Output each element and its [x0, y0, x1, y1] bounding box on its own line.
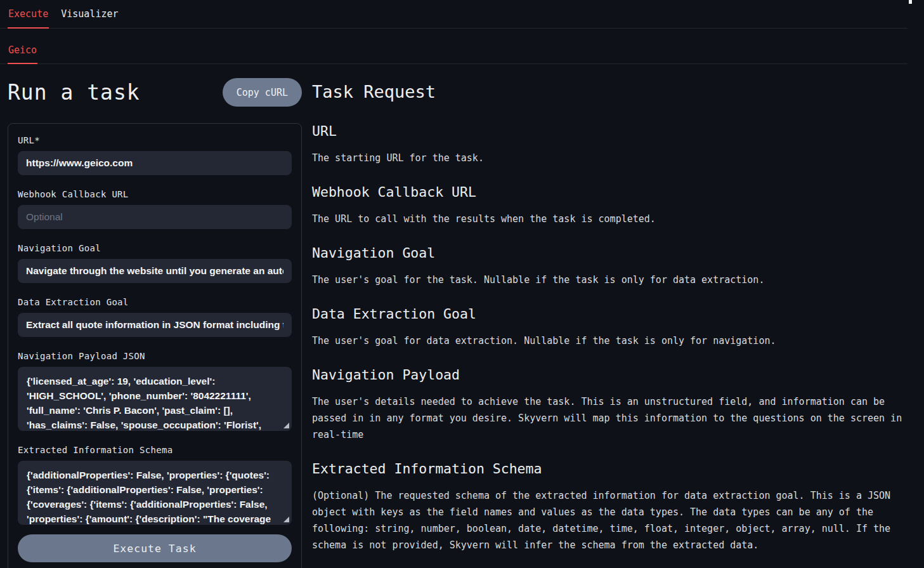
- doc-heading: Webhook Callback URL: [312, 184, 908, 200]
- navigation-payload-wrap: {'licensed_at_age': 19, 'education_level…: [18, 367, 292, 431]
- data-extraction-goal-label: Data Extraction Goal: [18, 297, 292, 307]
- url-input[interactable]: [18, 151, 292, 175]
- doc-body: The user's goal for the task. Nullable i…: [312, 272, 908, 288]
- url-label: URL*: [18, 135, 292, 145]
- resize-handle-icon[interactable]: [283, 423, 289, 428]
- doc-section-url: URL The starting URL for the task.: [312, 123, 908, 166]
- doc-body: The starting URL for the task.: [312, 150, 908, 166]
- webhook-input[interactable]: [18, 205, 292, 229]
- navigation-payload-textarea[interactable]: {'licensed_at_age': 19, 'education_level…: [18, 367, 292, 431]
- doc-body: (Optional) The requested schema of the e…: [312, 487, 908, 553]
- doc-body: The URL to call with the results when th…: [312, 211, 908, 227]
- doc-heading: Navigation Goal: [312, 245, 908, 261]
- field-url: URL*: [18, 135, 292, 175]
- webhook-label: Webhook Callback URL: [18, 189, 292, 199]
- doc-heading: Data Extraction Goal: [312, 306, 908, 322]
- doc-section-navigation-payload: Navigation Payload The user's details ne…: [312, 367, 908, 443]
- field-navigation-payload: Navigation Payload JSON {'licensed_at_ag…: [18, 351, 292, 431]
- doc-heading: Navigation Payload: [312, 367, 908, 383]
- extracted-schema-label: Extracted Information Schema: [18, 445, 292, 455]
- task-request-docs: Task Request URL The starting URL for th…: [312, 64, 908, 568]
- docs-title: Task Request: [312, 82, 908, 102]
- tab-execute[interactable]: Execute: [8, 0, 49, 28]
- data-extraction-goal-input[interactable]: [18, 313, 292, 337]
- tab-geico[interactable]: Geico: [8, 44, 37, 63]
- doc-body: The user's details needed to achieve the…: [312, 393, 908, 443]
- navigation-payload-label: Navigation Payload JSON: [18, 351, 292, 361]
- navigation-goal-input[interactable]: [18, 259, 292, 283]
- field-extracted-schema: Extracted Information Schema {'additiona…: [18, 445, 292, 525]
- navigation-goal-label: Navigation Goal: [18, 243, 292, 253]
- doc-heading: URL: [312, 123, 908, 139]
- run-task-panel: Run a task Copy cURL URL* Webhook Callba…: [8, 64, 302, 568]
- doc-section-navigation-goal: Navigation Goal The user's goal for the …: [312, 245, 908, 288]
- top-tab-bar: Execute Visualizer: [0, 0, 908, 29]
- doc-heading: Extracted Information Schema: [312, 461, 908, 477]
- field-navigation-goal: Navigation Goal: [18, 243, 292, 283]
- doc-section-data-extraction-goal: Data Extraction Goal The user's goal for…: [312, 306, 908, 349]
- page-title: Run a task: [8, 80, 140, 105]
- execute-task-button[interactable]: Execute Task: [18, 534, 292, 562]
- scrollbar-thumb[interactable]: [909, 0, 912, 4]
- sub-tab-bar: Geico: [0, 29, 908, 64]
- doc-section-extracted-schema: Extracted Information Schema (Optional) …: [312, 461, 908, 553]
- main-content: Run a task Copy cURL URL* Webhook Callba…: [0, 64, 924, 568]
- run-task-header: Run a task Copy cURL: [8, 78, 302, 107]
- field-webhook: Webhook Callback URL: [18, 189, 292, 229]
- tab-geico-label: Geico: [8, 44, 37, 56]
- doc-section-webhook: Webhook Callback URL The URL to call wit…: [312, 184, 908, 227]
- extracted-schema-textarea[interactable]: {'additionalProperties': False, 'propert…: [18, 461, 292, 525]
- extracted-schema-wrap: {'additionalProperties': False, 'propert…: [18, 461, 292, 525]
- doc-body: The user's goal for data extraction. Nul…: [312, 333, 908, 349]
- tab-execute-label: Execute: [8, 8, 48, 20]
- task-form-card: URL* Webhook Callback URL Navigation Goa…: [8, 123, 302, 568]
- field-data-extraction-goal: Data Extraction Goal: [18, 297, 292, 337]
- resize-handle-icon[interactable]: [283, 517, 289, 522]
- tab-visualizer[interactable]: Visualizer: [60, 0, 119, 28]
- copy-curl-button[interactable]: Copy cURL: [223, 78, 302, 107]
- tab-visualizer-label: Visualizer: [61, 8, 118, 20]
